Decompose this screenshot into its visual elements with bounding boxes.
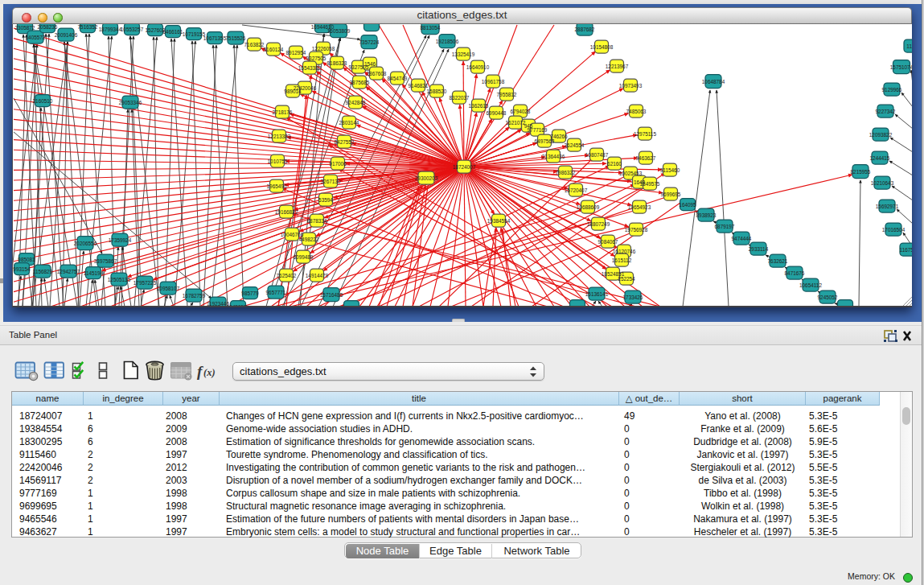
svg-text:1621072: 1621072: [506, 120, 526, 126]
svg-text:10553257: 10553257: [121, 27, 144, 32]
svg-text:8912954: 8912954: [286, 50, 306, 56]
svg-text:29053346: 29053346: [119, 100, 142, 105]
svg-text:3624554: 3624554: [565, 142, 585, 148]
svg-text:1010755: 1010755: [268, 159, 288, 164]
svg-text:16782759: 16782759: [183, 293, 206, 299]
svg-text:6099489: 6099489: [294, 254, 314, 260]
svg-text:3875685: 3875685: [350, 80, 370, 85]
svg-text:9242848: 9242848: [346, 100, 366, 105]
svg-text:10958107: 10958107: [157, 286, 180, 291]
svg-text:8427552: 8427552: [335, 139, 355, 145]
svg-text:1588520: 1588520: [427, 89, 447, 94]
svg-text:8454749: 8454749: [388, 76, 408, 81]
svg-text:1405572: 1405572: [26, 35, 46, 40]
svg-text:252254: 252254: [618, 276, 635, 282]
svg-text:10688609: 10688609: [577, 204, 600, 210]
svg-text:9084067: 9084067: [598, 239, 618, 245]
svg-text:116753: 116753: [900, 247, 912, 253]
svg-text:10654112: 10654112: [799, 282, 822, 288]
svg-text:6879197: 6879197: [715, 224, 735, 229]
svg-text:15751074: 15751074: [890, 64, 912, 70]
svg-text:1546: 1546: [364, 61, 376, 67]
svg-text:2867608: 2867608: [367, 71, 387, 76]
svg-text:33975867: 33975867: [94, 258, 117, 264]
svg-text:7632621: 7632621: [768, 258, 788, 264]
svg-text:2160510: 2160510: [33, 98, 53, 104]
svg-text:19384554: 19384554: [487, 218, 511, 224]
svg-text:9115460: 9115460: [660, 167, 680, 173]
svg-text:10961758: 10961758: [482, 79, 505, 84]
svg-text:19218506: 19218506: [436, 39, 459, 44]
svg-text:15692971: 15692971: [876, 204, 899, 209]
svg-text:10719155: 10719155: [183, 31, 206, 37]
svg-text:9463627: 9463627: [636, 155, 656, 161]
svg-text:16640910: 16640910: [466, 64, 490, 70]
svg-text:7625402: 7625402: [277, 273, 297, 278]
svg-text:7485063: 7485063: [626, 109, 647, 114]
svg-text:8322037: 8322037: [450, 95, 470, 101]
svg-text:12226058: 12226058: [312, 46, 335, 51]
svg-text:9699695: 9699695: [661, 192, 681, 197]
svg-text:1362615: 1362615: [469, 103, 489, 109]
svg-text:2933114: 2933114: [749, 246, 769, 252]
svg-text:2803144: 2803144: [339, 120, 359, 126]
svg-text:9146821: 9146821: [409, 83, 429, 89]
svg-text:12093822: 12093822: [869, 132, 893, 138]
svg-text:9327505: 9327505: [306, 56, 326, 61]
svg-text:12505135: 12505135: [108, 277, 131, 282]
svg-text:6990448: 6990448: [487, 110, 507, 116]
svg-text:20206556: 20206556: [74, 241, 97, 246]
svg-text:10025453: 10025453: [619, 171, 643, 176]
svg-text:12213383: 12213383: [268, 134, 291, 139]
svg-text:13325419: 13325419: [452, 51, 475, 57]
svg-text:12942757: 12942757: [57, 269, 80, 274]
svg-text:989014: 989014: [284, 89, 302, 94]
svg-text:6497568: 6497568: [535, 138, 555, 144]
svg-text:16120746: 16120746: [613, 249, 636, 254]
svg-text:10648784: 10648784: [702, 79, 725, 84]
svg-text:9657771: 9657771: [266, 290, 286, 295]
svg-text:985779: 985779: [241, 290, 259, 296]
svg-text:29300203: 29300203: [415, 175, 438, 181]
svg-text:17016504: 17016504: [882, 227, 906, 233]
svg-text:8813054: 8813054: [421, 25, 441, 31]
svg-text:17957225: 17957225: [133, 280, 157, 286]
svg-text:16543382: 16543382: [298, 65, 322, 71]
svg-text:2305872: 2305872: [15, 25, 35, 31]
svg-text:164095: 164095: [679, 202, 696, 208]
svg-text:10210643: 10210643: [871, 180, 894, 186]
svg-text:18724007: 18724007: [453, 164, 476, 170]
svg-text:15716485: 15716485: [320, 292, 343, 298]
svg-text:(x): (x): [203, 367, 216, 378]
svg-text:7515526: 7515526: [226, 35, 246, 41]
svg-text:1849575: 1849575: [640, 181, 660, 187]
svg-text:2887682: 2887682: [575, 27, 595, 32]
svg-text:4498222: 4498222: [299, 237, 319, 242]
svg-text:19654923: 19654923: [628, 204, 651, 210]
svg-text:8186328: 8186328: [327, 60, 347, 66]
svg-text:1244415: 1244415: [870, 155, 890, 161]
svg-text:7986322: 7986322: [556, 170, 576, 175]
svg-text:3267130: 3267130: [321, 179, 341, 184]
svg-text:f: f: [197, 363, 203, 380]
svg-text:17359924: 17359924: [109, 237, 132, 243]
svg-text:14914479: 14914479: [306, 273, 329, 278]
svg-text:9129966: 9129966: [882, 87, 902, 93]
svg-text:985081: 985081: [18, 257, 35, 262]
svg-text:8878334: 8878334: [307, 218, 327, 224]
svg-text:9474444: 9474444: [732, 236, 752, 241]
svg-text:10671355: 10671355: [203, 35, 227, 41]
svg-text:6466161: 6466161: [163, 29, 183, 35]
svg-text:7516352: 7516352: [78, 24, 98, 30]
svg-text:1615112: 1615112: [612, 257, 632, 263]
svg-text:7955812: 7955812: [497, 92, 517, 97]
svg-text:16053809: 16053809: [327, 28, 351, 34]
svg-text:945052: 945052: [229, 304, 247, 308]
svg-text:18799344: 18799344: [99, 27, 122, 32]
svg-text:10807487: 10807487: [585, 152, 609, 158]
svg-text:18807249: 18807249: [587, 221, 610, 227]
svg-text:12975115: 12975115: [634, 131, 656, 137]
svg-text:7357224: 7357224: [359, 39, 380, 45]
svg-text:11923446: 11923446: [207, 301, 229, 307]
svg-text:12213967: 12213967: [606, 64, 629, 69]
